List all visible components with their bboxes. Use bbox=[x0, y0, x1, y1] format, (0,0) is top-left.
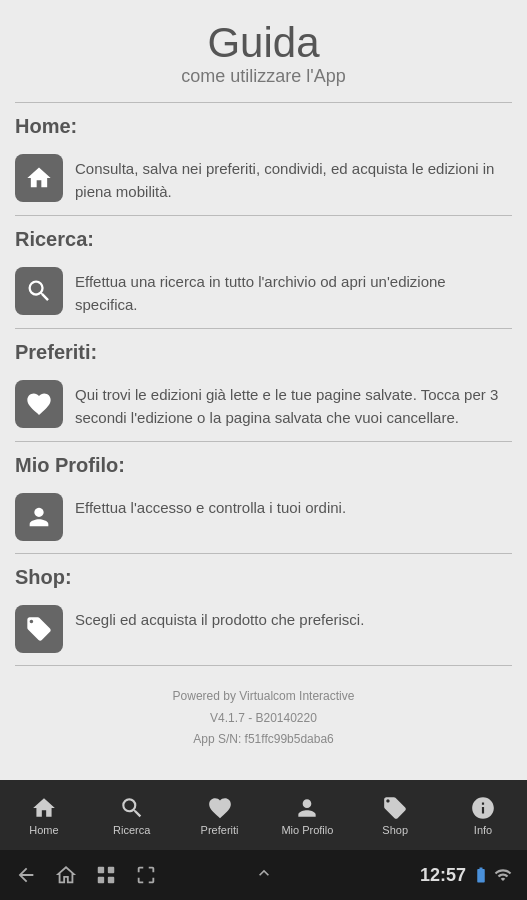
svg-rect-0 bbox=[98, 867, 104, 873]
section-title-home: Home: bbox=[15, 103, 512, 146]
sys-left-icons bbox=[15, 864, 157, 886]
section-row-preferiti: Qui trovi le edizioni già lette e le tue… bbox=[15, 372, 512, 441]
status-icons bbox=[472, 866, 512, 884]
search-icon-box bbox=[15, 267, 63, 315]
svg-rect-3 bbox=[108, 877, 114, 883]
nav-item-mio-profilo[interactable]: Mio Profilo bbox=[277, 795, 337, 836]
nav-label-info: Info bbox=[474, 824, 492, 836]
page-subtitle: come utilizzare l'App bbox=[10, 66, 517, 87]
nav-label-mio-profilo: Mio Profilo bbox=[281, 824, 333, 836]
nav-item-ricerca[interactable]: Ricerca bbox=[102, 795, 162, 836]
section-ricerca: Ricerca:Effettua una ricerca in tutto l'… bbox=[0, 216, 527, 328]
nav-label-preferiti: Preferiti bbox=[201, 824, 239, 836]
up-arrow-icon[interactable] bbox=[254, 863, 274, 883]
main-content: Guida come utilizzare l'App Home:Consult… bbox=[0, 0, 527, 800]
section-title-preferiti: Preferiti: bbox=[15, 329, 512, 372]
powered-by-text: Powered by Virtualcom Interactive bbox=[10, 686, 517, 708]
svg-rect-2 bbox=[98, 877, 104, 883]
signal-icon bbox=[494, 866, 512, 884]
section-home: Home:Consulta, salva nei preferiti, cond… bbox=[0, 103, 527, 215]
section-shop: Shop:Scegli ed acquista il prodotto che … bbox=[0, 554, 527, 665]
page-title: Guida bbox=[10, 20, 517, 66]
tag-icon-box bbox=[15, 605, 63, 653]
nav-label-shop: Shop bbox=[382, 824, 408, 836]
nav-label-home: Home bbox=[29, 824, 58, 836]
nav-item-info[interactable]: Info bbox=[453, 795, 513, 836]
screenshot-icon[interactable] bbox=[135, 864, 157, 886]
section-preferiti: Preferiti:Qui trovi le edizioni già lett… bbox=[0, 329, 527, 441]
sections-container: Home:Consulta, salva nei preferiti, cond… bbox=[0, 103, 527, 666]
section-row-ricerca: Effettua una ricerca in tutto l'archivio… bbox=[15, 259, 512, 328]
svg-rect-1 bbox=[108, 867, 114, 873]
section-text-ricerca: Effettua una ricerca in tutto l'archivio… bbox=[75, 267, 512, 316]
section-row-home: Consulta, salva nei preferiti, condividi… bbox=[15, 146, 512, 215]
section-text-shop: Scegli ed acquista il prodotto che prefe… bbox=[75, 605, 512, 632]
nav-label-ricerca: Ricerca bbox=[113, 824, 150, 836]
heart-icon-box bbox=[15, 380, 63, 428]
sys-home-icon[interactable] bbox=[55, 864, 77, 886]
section-text-preferiti: Qui trovi le edizioni già lette e le tue… bbox=[75, 380, 512, 429]
serial-text: App S/N: f51ffc99b5daba6 bbox=[10, 729, 517, 751]
battery-icon bbox=[472, 866, 490, 884]
section-title-mio-profilo: Mio Profilo: bbox=[15, 442, 512, 485]
system-time: 12:57 bbox=[420, 865, 466, 886]
section-title-ricerca: Ricerca: bbox=[15, 216, 512, 259]
section-text-home: Consulta, salva nei preferiti, condividi… bbox=[75, 154, 512, 203]
header: Guida come utilizzare l'App bbox=[0, 0, 527, 102]
section-title-shop: Shop: bbox=[15, 554, 512, 597]
nav-item-shop[interactable]: Shop bbox=[365, 795, 425, 836]
section-row-shop: Scegli ed acquista il prodotto che prefe… bbox=[15, 597, 512, 665]
nav-item-home[interactable]: Home bbox=[14, 795, 74, 836]
sys-right: 12:57 bbox=[420, 865, 512, 886]
recents-icon[interactable] bbox=[95, 864, 117, 886]
nav-item-preferiti[interactable]: Preferiti bbox=[190, 795, 250, 836]
home-icon-box bbox=[15, 154, 63, 202]
person-icon-box bbox=[15, 493, 63, 541]
version-text: V4.1.7 - B20140220 bbox=[10, 708, 517, 730]
sys-center bbox=[254, 863, 274, 887]
section-text-mio-profilo: Effettua l'accesso e controlla i tuoi or… bbox=[75, 493, 512, 520]
back-icon[interactable] bbox=[15, 864, 37, 886]
section-row-mio-profilo: Effettua l'accesso e controlla i tuoi or… bbox=[15, 485, 512, 553]
section-mio-profilo: Mio Profilo:Effettua l'accesso e control… bbox=[0, 442, 527, 553]
bottom-nav: HomeRicercaPreferitiMio ProfiloShopInfo bbox=[0, 780, 527, 850]
footer: Powered by Virtualcom Interactive V4.1.7… bbox=[0, 666, 527, 761]
system-bar: 12:57 bbox=[0, 850, 527, 900]
